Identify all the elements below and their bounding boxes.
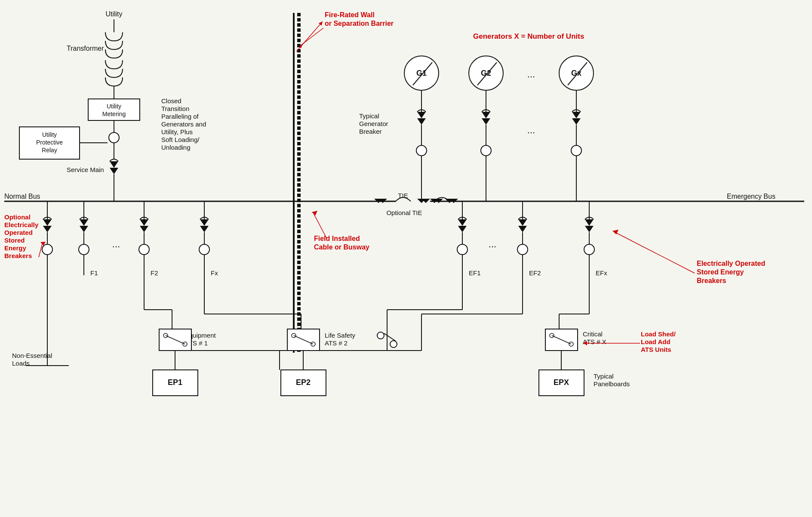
svg-text:...: ... — [112, 239, 120, 249]
svg-text:Relay: Relay — [42, 147, 57, 154]
svg-point-66 — [199, 244, 209, 255]
svg-text:Utility: Utility — [42, 131, 57, 138]
efx-label: EFx — [596, 269, 607, 277]
svg-text:Stored: Stored — [4, 237, 25, 244]
svg-text:Operated: Operated — [4, 229, 33, 236]
svg-text:...: ... — [527, 125, 535, 135]
svg-point-45 — [571, 145, 581, 156]
svg-text:Breakers: Breakers — [4, 252, 32, 259]
svg-text:Generator: Generator — [359, 120, 388, 127]
svg-point-88 — [517, 244, 528, 255]
transformer-label: Transformer — [67, 45, 104, 52]
svg-text:Cable or Busway: Cable or Busway — [314, 243, 369, 251]
f1-label: F1 — [90, 269, 98, 277]
svg-text:Generators and: Generators and — [161, 120, 206, 128]
svg-point-39 — [481, 145, 491, 156]
field-installed-label: Field Installed — [314, 235, 360, 242]
load-shed-label: Load Shed/ — [641, 330, 676, 338]
svg-text:Protective: Protective — [36, 139, 63, 146]
svg-point-94 — [584, 244, 594, 255]
optional-tie-label: Optional TIE — [386, 209, 422, 216]
svg-point-82 — [457, 244, 468, 255]
fire-rated-wall-label: Fire-Rated Wall — [325, 11, 375, 18]
critical-ats-label: Critical — [583, 330, 603, 338]
svg-text:EP2: EP2 — [296, 378, 311, 387]
ef2-label: EF2 — [529, 269, 541, 277]
svg-text:ATS Units: ATS Units — [641, 346, 671, 353]
svg-point-33 — [416, 145, 427, 156]
utility-metering-label: Utility — [107, 103, 121, 110]
svg-text:Breakers: Breakers — [697, 277, 726, 284]
svg-text:Transition: Transition — [161, 105, 189, 112]
svg-text:...: ... — [489, 239, 496, 249]
svg-text:Electrically: Electrically — [4, 221, 39, 228]
service-main-label: Service Main — [67, 166, 104, 173]
svg-point-109 — [390, 341, 397, 348]
non-essential-label: Non-Essential — [12, 352, 52, 359]
electrically-operated-label: Electrically Operated — [697, 260, 765, 267]
svg-text:Panelboards: Panelboards — [594, 380, 630, 388]
f2-label: F2 — [151, 269, 158, 277]
svg-text:...: ... — [527, 69, 535, 80]
svg-text:EPX: EPX — [554, 378, 569, 387]
svg-text:Paralleling of: Paralleling of — [161, 113, 199, 120]
svg-text:Utility, Plus: Utility, Plus — [161, 128, 193, 135]
svg-point-73 — [42, 244, 52, 255]
svg-text:Metering: Metering — [102, 111, 126, 117]
fx-label: Fx — [211, 269, 218, 277]
diagram-container: Utility Transformer Utility Metering Uti… — [0, 0, 812, 517]
svg-text:Breaker: Breaker — [359, 128, 382, 135]
svg-text:Load Add: Load Add — [641, 338, 671, 345]
normal-bus-label: Normal Bus — [4, 193, 40, 200]
ef1-label: EF1 — [469, 269, 481, 277]
typical-panelboards-label: Typical — [594, 372, 614, 380]
utility-label: Utility — [105, 10, 122, 18]
svg-point-54 — [79, 244, 89, 255]
svg-text:EP1: EP1 — [168, 378, 182, 387]
life-safety-ats-label: Life Safety — [325, 332, 355, 339]
generators-label: Generators X = Number of Units — [473, 32, 584, 40]
svg-text:Unloading: Unloading — [161, 144, 191, 151]
svg-text:Energy: Energy — [4, 244, 27, 252]
svg-point-60 — [139, 244, 149, 255]
svg-text:Stored Energy: Stored Energy — [697, 268, 744, 276]
optional-electrically-label: Optional — [4, 213, 31, 221]
svg-text:ATS # 2: ATS # 2 — [325, 339, 348, 347]
svg-point-108 — [377, 332, 384, 339]
typical-gen-breaker-label: Typical — [359, 112, 379, 120]
emergency-bus-label: Emergency Bus — [727, 193, 775, 200]
svg-point-5 — [109, 132, 119, 143]
svg-text:Soft Loading/: Soft Loading/ — [161, 136, 200, 143]
closed-transition-label: Closed — [161, 97, 181, 105]
svg-text:or Separation Barrier: or Separation Barrier — [325, 20, 394, 27]
